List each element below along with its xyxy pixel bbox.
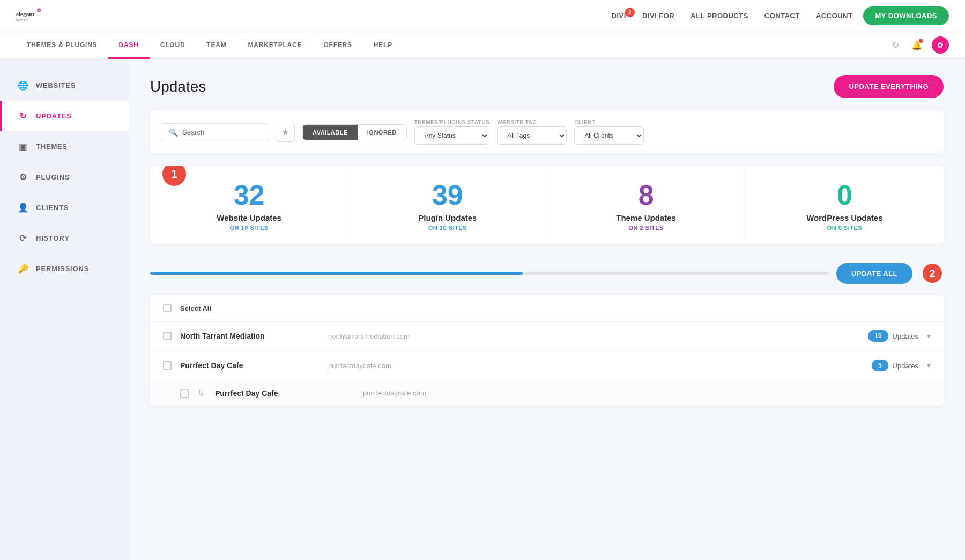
- permissions-icon: 🔑: [18, 264, 28, 274]
- theme-updates-number: 8: [558, 181, 734, 209]
- tag-filter-wrap: WEBSITE TAG All Tags: [497, 120, 567, 145]
- sub-nav-right: ↻ 🔔 ✿: [889, 36, 949, 54]
- svg-text:elegant: elegant: [16, 11, 35, 17]
- updates-label-north-tarrant: Updates: [893, 332, 918, 340]
- site-row: Purrfect Day Cafe purrfectdaycafe.com 5 …: [150, 351, 944, 380]
- nav-contact[interactable]: CONTACT: [764, 12, 800, 20]
- select-all-checkbox[interactable]: [163, 304, 172, 312]
- stats-row: 1 32 Website Updates ON 10 SITES 39 Plug…: [150, 166, 944, 244]
- top-nav: elegant themes ✦ DIVI 2 DIVI FOR ALL PRO…: [0, 0, 965, 32]
- filters-row: 🔍 ★ AVAILABLE IGNORED THEMES/PLUGINS STA…: [150, 111, 944, 153]
- updates-icon: ↻: [18, 111, 28, 121]
- theme-updates-sublabel: ON 2 SITES: [558, 225, 734, 231]
- nav-divi[interactable]: DIVI 2: [612, 12, 626, 20]
- sub-nav-marketplace[interactable]: MARKETPLACE: [237, 32, 313, 59]
- star-filter-button[interactable]: ★: [276, 123, 295, 142]
- updates-count-purrfect: 5: [872, 360, 888, 371]
- site-name-north-tarrant: North Tarrant Mediation: [180, 332, 320, 340]
- stat-website-updates: 1 32 Website Updates ON 10 SITES: [150, 166, 348, 244]
- tag-filter-select[interactable]: All Tags: [497, 126, 567, 145]
- sidebar-item-themes[interactable]: ▣ THEMES: [0, 132, 129, 161]
- user-avatar[interactable]: ✿: [932, 36, 949, 54]
- sub-site-checkbox[interactable]: [180, 389, 189, 398]
- refresh-icon[interactable]: ↻: [889, 39, 902, 51]
- select-all-label: Select All: [180, 304, 211, 312]
- bell-wrapper: 🔔: [910, 39, 923, 51]
- website-updates-number: 32: [161, 181, 337, 209]
- plugin-updates-number: 39: [359, 181, 536, 209]
- updates-count-north-tarrant: 10: [868, 330, 888, 342]
- sub-site-url: purrfectdaycafe.com: [363, 389, 931, 397]
- site-checkbox-north-tarrant[interactable]: [163, 332, 172, 340]
- search-input[interactable]: [182, 128, 260, 136]
- sub-nav-help[interactable]: HELP: [363, 32, 403, 59]
- sub-nav-themes-plugins[interactable]: THEMES & PLUGINS: [16, 32, 108, 59]
- website-updates-label: Website Updates: [161, 213, 337, 222]
- main-content: Updates UPDATE EVERYTHING 🔍 ★ AVAILABLE …: [129, 59, 965, 560]
- nav-account[interactable]: ACCOUNT: [816, 12, 853, 20]
- top-nav-links: DIVI 2 DIVI FOR ALL PRODUCTS CONTACT ACC…: [612, 12, 853, 20]
- site-updates-badge-purrfect: 5 Updates ▾: [845, 360, 931, 371]
- status-filter-wrap: THEMES/PLUGINS STATUS Any Status Availab…: [414, 120, 490, 145]
- client-filter-wrap: CLIENT All Clients: [574, 120, 644, 145]
- chevron-down-north-tarrant[interactable]: ▾: [927, 332, 931, 340]
- tab-available[interactable]: AVAILABLE: [303, 125, 358, 140]
- sub-nav: THEMES & PLUGINS DASH CLOUD TEAM MARKETP…: [0, 32, 965, 59]
- sidebar-item-permissions[interactable]: 🔑 PERMISSIONS: [0, 254, 129, 283]
- app-body: 🌐 WEBSITES ↻ UPDATES ▣ THEMES ⚙ PLUGINS …: [0, 59, 965, 560]
- nav-divi-for[interactable]: DIVI FOR: [642, 12, 674, 20]
- site-list: Select All North Tarrant Mediation north…: [150, 295, 944, 406]
- site-checkbox-purrfect[interactable]: [163, 361, 172, 370]
- tag-filter-label: WEBSITE TAG: [497, 120, 567, 125]
- plugin-updates-label: Plugin Updates: [359, 213, 536, 222]
- tab-ignored[interactable]: IGNORED: [358, 125, 406, 140]
- update-everything-button[interactable]: UPDATE EVERYTHING: [834, 75, 944, 98]
- website-updates-sublabel: ON 10 SITES: [161, 225, 337, 231]
- plugins-icon: ⚙: [18, 172, 28, 182]
- my-downloads-button[interactable]: MY DOWNLOADS: [863, 6, 949, 25]
- star-icon: ★: [281, 127, 289, 137]
- client-filter-select[interactable]: All Clients: [574, 126, 644, 145]
- chevron-down-purrfect[interactable]: ▾: [927, 361, 931, 370]
- site-name-purrfect: Purrfect Day Cafe: [180, 361, 320, 370]
- update-all-row: UPDATE ALL 2: [150, 257, 944, 285]
- sub-arrow-icon: ↳: [197, 388, 204, 398]
- sidebar-item-history[interactable]: ⟳ HISTORY: [0, 223, 129, 253]
- wordpress-updates-label: WordPress Updates: [756, 213, 933, 222]
- sub-nav-offers[interactable]: OFFERS: [313, 32, 362, 59]
- sidebar-item-plugins[interactable]: ⚙ PLUGINS: [0, 162, 129, 192]
- sidebar-item-websites[interactable]: 🌐 WEBSITES: [0, 71, 129, 100]
- svg-text:themes: themes: [16, 18, 28, 22]
- sub-nav-dash[interactable]: DASH: [108, 32, 149, 59]
- globe-icon: 🌐: [18, 80, 28, 91]
- stat-plugin-updates: 39 Plugin Updates ON 10 SITES: [348, 166, 547, 244]
- status-filter-label: THEMES/PLUGINS STATUS: [414, 120, 490, 125]
- sidebar-item-clients[interactable]: 👤 CLIENTS: [0, 193, 129, 222]
- client-filter-label: CLIENT: [574, 120, 644, 125]
- themes-icon: ▣: [18, 141, 28, 152]
- site-row: North Tarrant Mediation northtarrantmedi…: [150, 322, 944, 351]
- content-header: Updates UPDATE EVERYTHING: [150, 75, 944, 98]
- progress-bar-fill: [150, 272, 523, 275]
- available-ignored-tabs: AVAILABLE IGNORED: [302, 124, 407, 140]
- svg-text:✦: ✦: [38, 9, 40, 12]
- site-list-header: Select All: [150, 295, 944, 322]
- update-all-button[interactable]: UPDATE ALL: [836, 263, 912, 284]
- wordpress-updates-number: 0: [756, 181, 933, 209]
- sub-nav-team[interactable]: TEAM: [196, 32, 237, 59]
- logo[interactable]: elegant themes ✦: [16, 5, 46, 27]
- stat-theme-updates: 8 Theme Updates ON 2 SITES: [547, 166, 746, 244]
- status-filter-select[interactable]: Any Status Available Up to Date Ignored: [414, 126, 490, 145]
- stat-wordpress-updates: 0 WordPress Updates ON 0 SITES: [746, 166, 944, 244]
- progress-bar-wrap: [150, 272, 828, 275]
- clients-icon: 👤: [18, 203, 28, 213]
- site-url-purrfect: purrfectdaycafe.com: [328, 362, 836, 370]
- sub-site-name: Purrfect Day Cafe: [215, 389, 354, 398]
- sidebar-item-updates[interactable]: ↻ UPDATES: [0, 101, 129, 131]
- nav-all-products[interactable]: ALL PRODUCTS: [691, 12, 748, 20]
- theme-updates-label: Theme Updates: [558, 213, 734, 222]
- site-updates-badge-north-tarrant: 10 Updates ▾: [845, 330, 931, 342]
- history-icon: ⟳: [18, 233, 28, 243]
- sub-nav-cloud[interactable]: CLOUD: [150, 32, 196, 59]
- sub-site-row: ↳ Purrfect Day Cafe purrfectdaycafe.com: [150, 380, 944, 406]
